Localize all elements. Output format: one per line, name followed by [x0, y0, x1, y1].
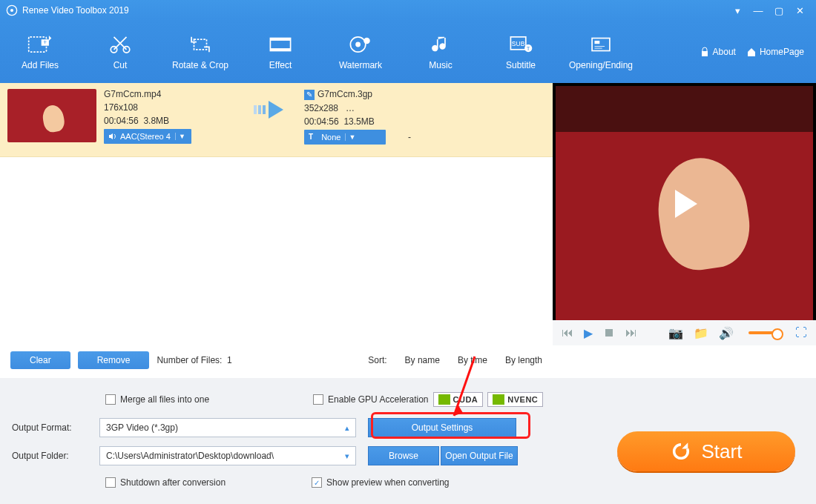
svg-rect-22	[702, 51, 708, 56]
volume-slider[interactable]	[748, 331, 780, 334]
refresh-icon	[671, 441, 691, 462]
play-overlay-icon[interactable]	[666, 185, 703, 222]
cuda-badge: CUDA	[433, 392, 484, 407]
shutdown-label: Shutdown after conversion	[120, 477, 226, 488]
browse-button[interactable]: Browse	[368, 446, 439, 465]
title-bar: Renee Video Toolbox 2019 ▾ — ▢ ✕	[0, 0, 816, 21]
output-panel: Merge all files into one Enable GPU Acce…	[0, 378, 816, 504]
effect-icon	[268, 33, 293, 56]
subtitle-dropdown[interactable]: T None▼	[304, 130, 386, 145]
merge-label: Merge all files into one	[120, 394, 209, 405]
watermark-button[interactable]: Watermark	[320, 33, 401, 70]
shutdown-checkbox[interactable]	[105, 477, 116, 488]
dest-filename: ✎G7mCcm.3gp	[304, 89, 453, 100]
source-dimensions: 176x108	[104, 102, 245, 113]
window-dropdown-icon[interactable]: ▾	[727, 5, 748, 16]
preview-label: Show preview when converting	[326, 477, 449, 488]
tool-label: Add Files	[22, 60, 59, 70]
output-settings-button[interactable]: Output Settings	[368, 418, 516, 437]
source-filename: G7mCcm.mp4	[104, 89, 245, 99]
svg-text:+: +	[43, 39, 47, 46]
fullscreen-button[interactable]: ⛶	[795, 326, 807, 339]
sort-by-length[interactable]: By length	[505, 355, 542, 365]
svg-point-1	[10, 9, 13, 12]
tool-label: Opening/Ending	[569, 60, 633, 70]
volume-icon[interactable]: 🔊	[719, 326, 734, 340]
svg-rect-19	[595, 41, 600, 44]
open-folder-button[interactable]: 📁	[694, 326, 708, 340]
start-button[interactable]: Start	[617, 431, 795, 471]
tool-label: Cut	[113, 60, 128, 70]
source-dur-size: 00:04:56 3.8MB	[104, 116, 245, 126]
svg-rect-24	[258, 105, 261, 114]
close-button[interactable]: ✕	[789, 5, 810, 16]
cut-button[interactable]: Cut	[80, 33, 160, 70]
speaker-icon	[108, 133, 117, 140]
open-output-file-button[interactable]: Open Output File	[441, 446, 518, 465]
homepage-link[interactable]: HomePage	[746, 47, 804, 57]
music-button[interactable]: Music	[401, 33, 481, 70]
output-folder-label: Output Folder:	[10, 451, 99, 461]
opening-ending-icon	[588, 33, 613, 56]
rotate-crop-button[interactable]: Rotate & Crop	[160, 33, 240, 70]
nvenc-badge: NVENC	[487, 392, 543, 407]
tool-label: Subtitle	[506, 60, 536, 70]
sort-by-time[interactable]: By time	[458, 355, 487, 365]
next-button[interactable]: ⏭	[625, 326, 637, 339]
about-link[interactable]: About	[700, 47, 736, 57]
app-title: Renee Video Toolbox 2019	[22, 5, 129, 16]
svg-point-13	[363, 38, 370, 44]
player-controls: ⏮ ▶ ⏹ ⏭ 📷 📁 🔊 ⛶	[553, 320, 816, 345]
output-format-label: Output Format:	[10, 422, 99, 433]
dest-dash: -	[408, 132, 411, 142]
chevron-up-icon: ▴	[345, 423, 349, 433]
preview-checkbox[interactable]: ✓	[312, 477, 322, 488]
app-logo-icon	[6, 4, 18, 16]
subtitle-button[interactable]: SUBT Subtitle	[481, 33, 561, 70]
rotate-crop-icon	[188, 33, 213, 56]
dest-dimensions: 352x288 …	[304, 103, 453, 113]
play-button[interactable]: ▶	[584, 326, 593, 340]
svg-text:T: T	[527, 46, 530, 53]
opening-ending-button[interactable]: Opening/Ending	[561, 33, 641, 70]
watermark-icon	[348, 33, 373, 56]
convert-arrow-icon	[254, 99, 295, 120]
svg-point-12	[355, 42, 361, 47]
gpu-label: Enable GPU Acceleration	[328, 394, 428, 405]
svg-rect-10	[270, 48, 290, 50]
main-toolbar: + Add Files Cut Rotate & Crop Effect Wat…	[0, 21, 816, 83]
remove-button[interactable]: Remove	[78, 351, 150, 369]
svg-rect-25	[263, 105, 266, 114]
snapshot-button[interactable]: 📷	[668, 326, 683, 340]
output-format-combo[interactable]: 3GP Video (*.3gp)▴	[99, 418, 356, 437]
home-icon	[746, 47, 757, 57]
lock-icon	[700, 47, 710, 57]
prev-button[interactable]: ⏮	[562, 326, 573, 339]
maximize-button[interactable]: ▢	[769, 5, 789, 16]
sort-label: Sort:	[368, 355, 386, 365]
file-row[interactable]: G7mCcm.mp4 176x108 00:04:56 3.8MB AAC(St…	[0, 83, 553, 157]
sort-by-name[interactable]: By name	[405, 355, 440, 365]
file-count-label: Number of Files: 1	[157, 355, 231, 365]
tool-label: Music	[429, 60, 452, 70]
svg-text:SUB: SUB	[512, 40, 525, 47]
cut-icon	[108, 33, 133, 56]
audio-codec-dropdown[interactable]: AAC(Stereo 4▼	[104, 129, 191, 144]
stop-button[interactable]: ⏹	[603, 326, 615, 339]
music-icon	[428, 33, 453, 56]
file-list: G7mCcm.mp4 176x108 00:04:56 3.8MB AAC(St…	[0, 83, 553, 345]
tool-label: Effect	[269, 60, 292, 70]
gpu-checkbox[interactable]	[313, 394, 323, 405]
edit-icon[interactable]: ✎	[304, 90, 315, 100]
add-files-icon: +	[27, 33, 53, 56]
output-folder-combo[interactable]: C:\Users\Administrator\Desktop\download\…	[99, 446, 356, 465]
tool-label: Watermark	[339, 60, 382, 70]
subtitle-icon: SUBT	[508, 33, 533, 56]
source-thumbnail	[7, 89, 96, 142]
minimize-button[interactable]: —	[748, 5, 769, 16]
add-files-button[interactable]: + Add Files	[0, 33, 80, 70]
merge-checkbox[interactable]	[105, 394, 116, 405]
preview-pane[interactable]	[553, 83, 816, 345]
effect-button[interactable]: Effect	[240, 33, 320, 70]
clear-button[interactable]: Clear	[10, 351, 70, 369]
